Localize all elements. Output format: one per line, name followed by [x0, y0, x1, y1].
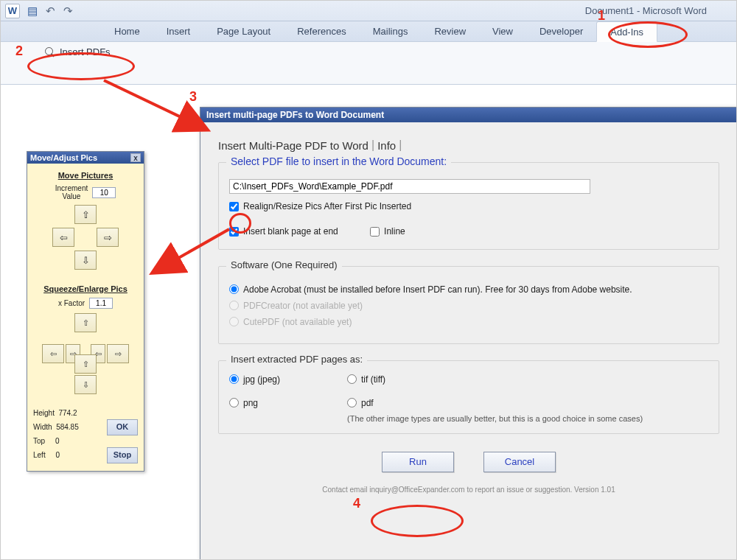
resize-pad: ⇩ ⇧ ⇦ ⇨ ⇦ ⇨ ⇧ ⇩ — [42, 313, 129, 394]
insert-as-group-title: Insert extracted PDF pages as: — [226, 354, 367, 365]
move-left-button[interactable]: ⇦ — [52, 228, 74, 247]
redo-icon[interactable]: ↷ — [60, 4, 76, 18]
move-pictures-heading: Move Pictures — [32, 171, 139, 180]
ribbon-band: Insert PDFs — [1, 42, 736, 85]
dialog-title: Insert multi-page PDFs to Word Document — [206, 110, 384, 120]
quick-access-toolbar: W ▤ ↶ ↷ Document1 - Microsoft Word — [1, 1, 736, 21]
tab-page-layout[interactable]: Page Layout — [203, 21, 284, 41]
dialog-tab-separator-2: | — [396, 139, 405, 152]
tab-review[interactable]: Review — [421, 21, 479, 41]
insert-pdfs-label: Insert PDFs — [60, 46, 111, 57]
top-value: 0 — [55, 437, 60, 445]
cancel-button[interactable]: Cancel — [483, 452, 556, 472]
pdfcreator-label: PDFCreator (not available yet) — [243, 301, 363, 311]
top-label: Top — [33, 437, 45, 445]
jpg-label: jpg (jpeg) — [243, 374, 280, 385]
pdf-path-input[interactable] — [229, 179, 590, 194]
cutepdf-label: CutePDF (not available yet) — [243, 317, 352, 327]
acrobat-label: Adobe Acrobat (must be installed before … — [243, 284, 632, 295]
magnifier-icon — [45, 47, 55, 57]
ribbon-tab-row: Home Insert Page Layout References Maili… — [1, 21, 736, 42]
insert-pdfs-button[interactable]: Insert PDFs — [45, 46, 111, 57]
insert-pdf-dialog: Insert multi-page PDFs to Word Document … — [200, 107, 737, 560]
word-app-icon: W — [5, 4, 20, 18]
software-group: Software (One Required) Adobe Acrobat (m… — [218, 266, 719, 344]
ok-button[interactable]: OK — [107, 419, 138, 435]
move-adjust-title: Move/Adjust Pics — [30, 153, 97, 162]
dialog-tab-info[interactable]: Info — [377, 139, 396, 152]
blank-page-checkbox[interactable] — [229, 227, 239, 237]
realign-checkbox[interactable] — [229, 202, 239, 211]
insert-as-group: Insert extracted PDF pages as: jpg (jpeg… — [218, 360, 719, 434]
width-label: Width — [33, 423, 52, 431]
annotation-number-1: 1 — [598, 8, 605, 24]
height-value: 774.2 — [58, 409, 77, 417]
image-format-note: (The other image types are usually bette… — [229, 414, 708, 423]
resize-right-out-button[interactable]: ⇨ — [107, 344, 129, 363]
move-dpad: ⇧ ⇦ ⇨ ⇩ — [52, 205, 119, 270]
pdfcreator-radio — [229, 301, 239, 310]
png-label: png — [243, 398, 258, 408]
resize-bottom-in-button[interactable]: ⇧ — [74, 354, 97, 374]
tab-mailings[interactable]: Mailings — [360, 21, 422, 41]
undo-icon[interactable]: ↶ — [42, 4, 58, 18]
height-label: Height — [33, 409, 55, 417]
tif-radio[interactable] — [347, 374, 357, 384]
blank-page-label: Insert blank page at end — [243, 226, 338, 237]
picture-stats: Height 774.2 Width 584.85 OK Top 0 Left … — [32, 407, 139, 463]
tab-developer[interactable]: Developer — [526, 21, 596, 41]
jpg-radio[interactable] — [229, 374, 239, 384]
cutepdf-radio — [229, 317, 239, 326]
dialog-tab-separator: | — [368, 139, 377, 152]
tif-label: tif (tiff) — [361, 374, 385, 385]
close-icon[interactable]: x — [130, 153, 141, 162]
width-value: 584.85 — [56, 423, 79, 431]
resize-left-out-button[interactable]: ⇦ — [42, 344, 64, 363]
tab-add-ins[interactable]: Add-Ins — [596, 21, 657, 42]
select-pdf-group-title: Select PDF file to insert in the Word Do… — [226, 155, 451, 167]
resize-bottom-out-button[interactable]: ⇩ — [74, 375, 97, 394]
annotation-number-4: 4 — [353, 496, 360, 511]
pdf-radio[interactable] — [347, 398, 357, 407]
squeeze-enlarge-heading: Squeeze/Enlarge Pics — [32, 284, 139, 293]
tab-view[interactable]: View — [479, 21, 526, 41]
realign-label: Realign/Resize Pics After First Pic Inse… — [243, 201, 411, 211]
inline-checkbox[interactable] — [370, 227, 380, 237]
select-pdf-group: Select PDF file to insert in the Word Do… — [218, 162, 719, 250]
png-radio[interactable] — [229, 398, 239, 407]
left-label: Left — [33, 451, 46, 459]
move-right-button[interactable]: ⇨ — [97, 228, 119, 247]
tab-references[interactable]: References — [284, 21, 359, 41]
save-icon[interactable]: ▤ — [24, 4, 41, 18]
tab-home[interactable]: Home — [101, 21, 153, 41]
xfactor-label: x Factor — [58, 299, 85, 307]
increment-label: Increment Value — [55, 184, 88, 200]
inline-label: Inline — [384, 226, 405, 237]
run-button[interactable]: Run — [382, 452, 454, 472]
dialog-footer: Contact email inquiry@OfficeExpander.com… — [218, 486, 719, 494]
acrobat-radio[interactable] — [229, 284, 239, 294]
left-value: 0 — [56, 451, 60, 459]
dialog-tab-main[interactable]: Insert Multi-Page PDF to Word — [218, 139, 368, 152]
move-adjust-body: Move Pictures Increment Value ⇧ ⇦ ⇨ ⇩ Sq… — [27, 164, 144, 471]
move-down-button[interactable]: ⇩ — [74, 251, 97, 270]
move-adjust-pics-window: Move/Adjust Pics x Move Pictures Increme… — [27, 151, 144, 472]
stop-button[interactable]: Stop — [107, 447, 138, 463]
xfactor-input[interactable] — [89, 298, 113, 309]
resize-top-out-button[interactable]: ⇧ — [74, 313, 97, 332]
software-group-title: Software (One Required) — [226, 259, 342, 270]
pdf-label: pdf — [361, 398, 374, 408]
move-adjust-titlebar[interactable]: Move/Adjust Pics x — [27, 152, 144, 164]
move-up-button[interactable]: ⇧ — [74, 205, 97, 224]
svg-line-0 — [104, 80, 206, 129]
annotation-number-3: 3 — [189, 89, 197, 105]
dialog-titlebar[interactable]: Insert multi-page PDFs to Word Document — [200, 108, 737, 122]
annotation-number-2: 2 — [15, 43, 23, 59]
dialog-body: Insert Multi-Page PDF to Word | Info | S… — [200, 122, 737, 500]
increment-value-input[interactable] — [92, 187, 116, 198]
tab-insert[interactable]: Insert — [153, 21, 204, 41]
